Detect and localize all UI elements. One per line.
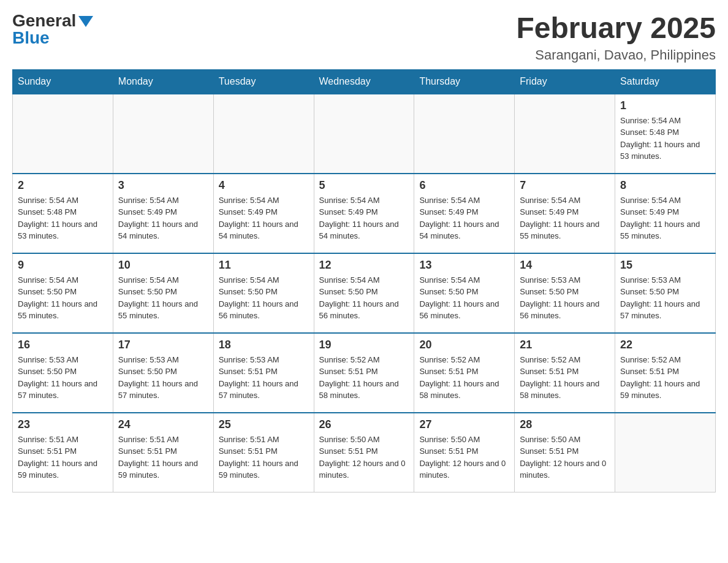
calendar-cell: 2Sunrise: 5:54 AMSunset: 5:48 PMDaylight… (13, 174, 113, 253)
header-saturday: Saturday (615, 69, 716, 94)
day-info: Sunrise: 5:51 AMSunset: 5:51 PMDaylight:… (18, 434, 108, 481)
header-monday: Monday (113, 69, 213, 94)
calendar-cell: 19Sunrise: 5:52 AMSunset: 5:51 PMDayligh… (314, 333, 414, 413)
day-info: Sunrise: 5:52 AMSunset: 5:51 PMDaylight:… (620, 354, 710, 402)
day-number: 9 (18, 259, 108, 272)
calendar-table: Sunday Monday Tuesday Wednesday Thursday… (12, 69, 716, 493)
calendar-cell: 4Sunrise: 5:54 AMSunset: 5:49 PMDaylight… (213, 174, 314, 253)
day-number: 7 (520, 179, 610, 192)
day-number: 17 (118, 339, 208, 351)
day-number: 19 (319, 339, 409, 351)
day-number: 6 (419, 179, 509, 192)
calendar-cell: 17Sunrise: 5:53 AMSunset: 5:50 PMDayligh… (113, 333, 213, 413)
page-header: General Blue February 2025 Sarangani, Da… (12, 12, 716, 63)
day-info: Sunrise: 5:52 AMSunset: 5:51 PMDaylight:… (419, 354, 509, 402)
day-info: Sunrise: 5:53 AMSunset: 5:50 PMDaylight:… (620, 274, 710, 322)
calendar-cell: 9Sunrise: 5:54 AMSunset: 5:50 PMDaylight… (13, 253, 113, 333)
location: Sarangani, Davao, Philippines (516, 47, 716, 63)
calendar-cell (615, 413, 716, 492)
day-number: 25 (219, 418, 309, 431)
day-number: 14 (520, 259, 610, 272)
day-number: 23 (18, 418, 108, 431)
day-info: Sunrise: 5:53 AMSunset: 5:50 PMDaylight:… (520, 274, 610, 322)
day-number: 28 (520, 418, 610, 431)
logo-triangle-icon (78, 16, 93, 27)
day-number: 3 (118, 179, 208, 192)
day-number: 10 (118, 259, 208, 272)
day-info: Sunrise: 5:54 AMSunset: 5:49 PMDaylight:… (319, 194, 409, 242)
day-number: 27 (419, 418, 509, 431)
calendar-cell (414, 94, 515, 174)
day-info: Sunrise: 5:54 AMSunset: 5:49 PMDaylight:… (419, 194, 509, 242)
days-of-week-row: Sunday Monday Tuesday Wednesday Thursday… (13, 69, 716, 94)
calendar-cell: 5Sunrise: 5:54 AMSunset: 5:49 PMDaylight… (314, 174, 414, 253)
calendar-cell: 18Sunrise: 5:53 AMSunset: 5:51 PMDayligh… (213, 333, 314, 413)
day-info: Sunrise: 5:54 AMSunset: 5:49 PMDaylight:… (620, 194, 710, 242)
day-number: 5 (319, 179, 409, 192)
day-info: Sunrise: 5:51 AMSunset: 5:51 PMDaylight:… (118, 434, 208, 481)
calendar-cell: 6Sunrise: 5:54 AMSunset: 5:49 PMDaylight… (414, 174, 515, 253)
day-info: Sunrise: 5:51 AMSunset: 5:51 PMDaylight:… (219, 434, 309, 481)
day-number: 13 (419, 259, 509, 272)
calendar-cell: 12Sunrise: 5:54 AMSunset: 5:50 PMDayligh… (314, 253, 414, 333)
calendar-cell: 1Sunrise: 5:54 AMSunset: 5:48 PMDaylight… (615, 94, 716, 174)
calendar-cell: 21Sunrise: 5:52 AMSunset: 5:51 PMDayligh… (515, 333, 615, 413)
week-row-5: 23Sunrise: 5:51 AMSunset: 5:51 PMDayligh… (13, 413, 716, 492)
week-row-4: 16Sunrise: 5:53 AMSunset: 5:50 PMDayligh… (13, 333, 716, 413)
header-sunday: Sunday (13, 69, 113, 94)
day-number: 16 (18, 339, 108, 351)
logo-general: General (12, 11, 76, 30)
day-number: 15 (620, 259, 710, 272)
day-info: Sunrise: 5:52 AMSunset: 5:51 PMDaylight:… (520, 354, 610, 402)
calendar-cell: 26Sunrise: 5:50 AMSunset: 5:51 PMDayligh… (314, 413, 414, 492)
header-thursday: Thursday (414, 69, 515, 94)
calendar-cell: 14Sunrise: 5:53 AMSunset: 5:50 PMDayligh… (515, 253, 615, 333)
calendar-cell: 11Sunrise: 5:54 AMSunset: 5:50 PMDayligh… (213, 253, 314, 333)
day-number: 4 (219, 179, 309, 192)
day-info: Sunrise: 5:54 AMSunset: 5:49 PMDaylight:… (520, 194, 610, 242)
week-row-3: 9Sunrise: 5:54 AMSunset: 5:50 PMDaylight… (13, 253, 716, 333)
header-wednesday: Wednesday (314, 69, 414, 94)
calendar-cell: 22Sunrise: 5:52 AMSunset: 5:51 PMDayligh… (615, 333, 716, 413)
day-info: Sunrise: 5:53 AMSunset: 5:50 PMDaylight:… (118, 354, 208, 402)
day-number: 20 (419, 339, 509, 351)
calendar-cell (213, 94, 314, 174)
calendar-cell: 27Sunrise: 5:50 AMSunset: 5:51 PMDayligh… (414, 413, 515, 492)
header-friday: Friday (515, 69, 615, 94)
day-number: 1 (620, 99, 710, 112)
day-info: Sunrise: 5:50 AMSunset: 5:51 PMDaylight:… (520, 434, 610, 481)
day-info: Sunrise: 5:54 AMSunset: 5:48 PMDaylight:… (18, 194, 108, 242)
day-number: 22 (620, 339, 710, 351)
day-info: Sunrise: 5:54 AMSunset: 5:50 PMDaylight:… (118, 274, 208, 322)
month-title: February 2025 (516, 12, 716, 45)
day-number: 26 (319, 418, 409, 431)
logo: General Blue (12, 12, 93, 47)
calendar-header: Sunday Monday Tuesday Wednesday Thursday… (13, 69, 716, 94)
calendar-cell: 16Sunrise: 5:53 AMSunset: 5:50 PMDayligh… (13, 333, 113, 413)
day-info: Sunrise: 5:54 AMSunset: 5:50 PMDaylight:… (219, 274, 309, 322)
day-info: Sunrise: 5:50 AMSunset: 5:51 PMDaylight:… (319, 434, 409, 481)
calendar-cell (113, 94, 213, 174)
calendar-cell: 25Sunrise: 5:51 AMSunset: 5:51 PMDayligh… (213, 413, 314, 492)
day-number: 24 (118, 418, 208, 431)
day-info: Sunrise: 5:53 AMSunset: 5:50 PMDaylight:… (18, 354, 108, 402)
calendar-cell (314, 94, 414, 174)
header-tuesday: Tuesday (213, 69, 314, 94)
calendar-cell: 3Sunrise: 5:54 AMSunset: 5:49 PMDaylight… (113, 174, 213, 253)
week-row-2: 2Sunrise: 5:54 AMSunset: 5:48 PMDaylight… (13, 174, 716, 253)
calendar-cell: 7Sunrise: 5:54 AMSunset: 5:49 PMDaylight… (515, 174, 615, 253)
day-info: Sunrise: 5:54 AMSunset: 5:49 PMDaylight:… (219, 194, 309, 242)
day-info: Sunrise: 5:54 AMSunset: 5:48 PMDaylight:… (620, 115, 710, 163)
calendar-cell: 20Sunrise: 5:52 AMSunset: 5:51 PMDayligh… (414, 333, 515, 413)
week-row-1: 1Sunrise: 5:54 AMSunset: 5:48 PMDaylight… (13, 94, 716, 174)
day-number: 11 (219, 259, 309, 272)
day-number: 18 (219, 339, 309, 351)
calendar-cell: 10Sunrise: 5:54 AMSunset: 5:50 PMDayligh… (113, 253, 213, 333)
calendar-cell (515, 94, 615, 174)
title-section: February 2025 Sarangani, Davao, Philippi… (516, 12, 716, 63)
logo-blue: Blue (12, 29, 50, 47)
calendar-cell (13, 94, 113, 174)
calendar-cell: 24Sunrise: 5:51 AMSunset: 5:51 PMDayligh… (113, 413, 213, 492)
calendar-cell: 28Sunrise: 5:50 AMSunset: 5:51 PMDayligh… (515, 413, 615, 492)
day-number: 12 (319, 259, 409, 272)
